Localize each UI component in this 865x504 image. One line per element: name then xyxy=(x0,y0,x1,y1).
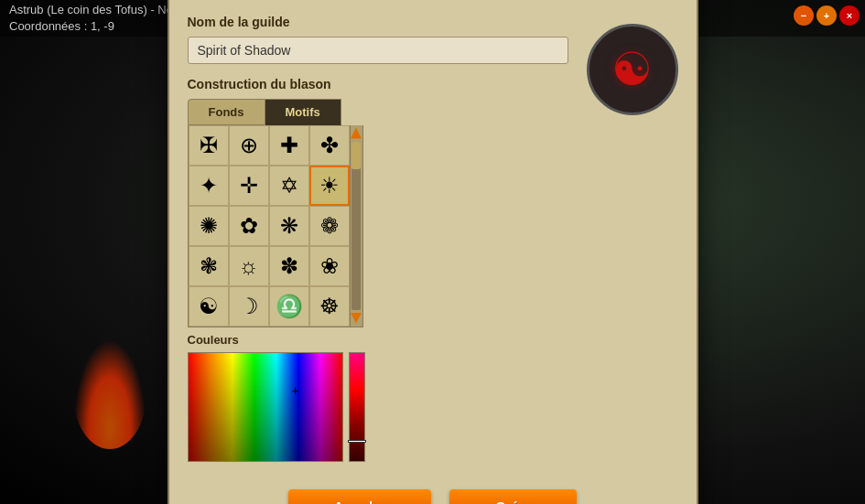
symbol-cell[interactable]: ✽ xyxy=(269,246,309,286)
dialog-footer: Annuler Créer xyxy=(169,477,697,505)
symbol-cell[interactable]: ✦ xyxy=(189,166,229,206)
guild-emblem: ☯ xyxy=(587,24,678,115)
symbol-cell[interactable]: ✛ xyxy=(229,166,269,206)
symbol-cell[interactable]: ✺ xyxy=(189,206,229,246)
symbol-cell[interactable]: ✚ xyxy=(269,125,309,166)
colors-label: Couleurs xyxy=(188,333,568,347)
scroll-down-button[interactable] xyxy=(351,313,362,324)
color-picker-rainbow[interactable]: + xyxy=(188,352,343,462)
color-pickers: + xyxy=(188,352,568,462)
symbol-cell[interactable]: ❁ xyxy=(309,206,350,246)
symbol-cell[interactable]: ❋ xyxy=(269,206,309,246)
dialog-right-panel: ☯ xyxy=(587,15,678,462)
symbol-cell[interactable]: ⊕ xyxy=(229,125,269,166)
cancel-button[interactable]: Annuler xyxy=(288,489,432,505)
symbol-cell[interactable]: ☸ xyxy=(309,286,350,327)
symbol-cell[interactable]: ☼ xyxy=(229,246,269,286)
emblem-symbol: ☯ xyxy=(611,43,653,96)
symbol-cell[interactable]: ✿ xyxy=(229,206,269,246)
symbol-cell[interactable]: ☀ xyxy=(309,166,350,206)
dialog-overlay: Création d'une guilde × Nom de la guilde… xyxy=(0,0,865,504)
guild-name-input[interactable] xyxy=(188,37,568,64)
symbol-cell[interactable]: ✠ xyxy=(189,125,229,166)
grid-scrollbar xyxy=(351,125,363,327)
blason-tabs: Fonds Motifs xyxy=(188,99,568,125)
scroll-up-button[interactable] xyxy=(351,128,362,139)
saturation-bar[interactable] xyxy=(349,352,365,462)
symbol-cell[interactable]: ☽ xyxy=(229,286,269,327)
symbol-cell[interactable]: ✤ xyxy=(309,125,350,166)
symbol-cell[interactable]: ☯ xyxy=(189,286,229,327)
tab-fonds[interactable]: Fonds xyxy=(188,99,265,125)
saturation-marker xyxy=(348,440,366,443)
symbol-cell[interactable]: ♎ xyxy=(269,286,309,327)
creation-dialog: Création d'une guilde × Nom de la guilde… xyxy=(168,0,698,504)
blason-label: Construction du blason xyxy=(188,77,568,91)
tab-motifs[interactable]: Motifs xyxy=(265,99,341,125)
guild-name-label: Nom de la guilde xyxy=(188,15,568,29)
symbol-grid: ✠⊕✚✤✦✛✡☀✺✿❋❁❃☼✽❀☯☽♎☸ xyxy=(188,125,351,327)
crosshair-icon: + xyxy=(292,383,305,396)
symbol-cell[interactable]: ❀ xyxy=(309,246,350,286)
symbol-grid-container: ✠⊕✚✤✦✛✡☀✺✿❋❁❃☼✽❀☯☽♎☸ xyxy=(188,125,568,327)
scrollbar-track xyxy=(351,142,361,310)
symbol-cell[interactable]: ❃ xyxy=(189,246,229,286)
dialog-left-panel: Nom de la guilde Construction du blason … xyxy=(188,15,568,462)
create-button[interactable]: Créer xyxy=(449,489,577,505)
scrollbar-thumb[interactable] xyxy=(351,142,361,169)
symbol-cell[interactable]: ✡ xyxy=(269,166,309,206)
dialog-body: Nom de la guilde Construction du blason … xyxy=(169,0,697,477)
colors-section: Couleurs + xyxy=(188,333,568,462)
